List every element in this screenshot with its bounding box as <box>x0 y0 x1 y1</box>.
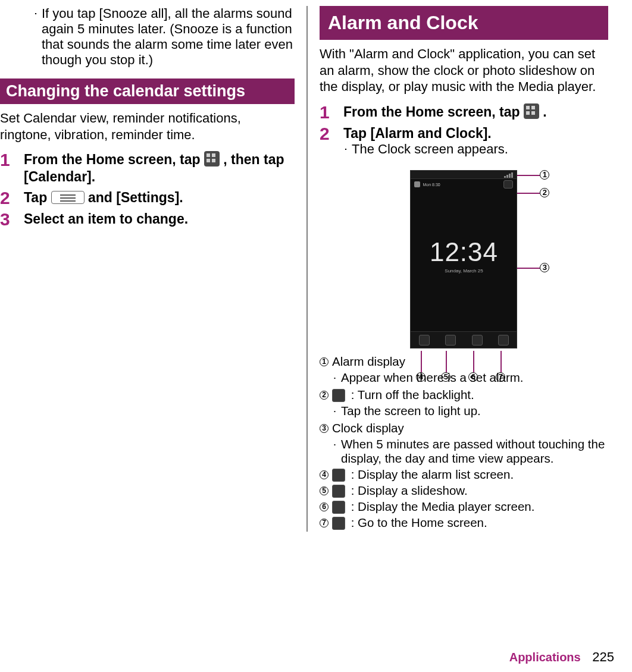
legend-1-sub: ･ Appear when there is a set alarm. <box>320 370 608 386</box>
page-content: ･ If you tap [Snooze all], all the alarm… <box>0 0 632 532</box>
legend-5-body: : Display a slideshow. <box>332 483 468 498</box>
step-3: 3 Select an item to change. <box>0 211 295 228</box>
apps-grid-icon <box>204 151 220 167</box>
clock-day: Sunday, March 25 <box>445 268 483 274</box>
r-step-1-before: From the Home screen, tap <box>343 104 524 120</box>
calendar-settings-heading: Changing the calendar settings <box>0 78 295 104</box>
r-step-2-sub-text: The Clock screen appears. <box>352 142 508 158</box>
alarm-indicator-icon <box>414 181 420 187</box>
legend-5-text: : Display a slideshow. <box>351 483 468 497</box>
alarm-clock-heading: Alarm and Clock <box>320 6 608 40</box>
step-2-body: Tap and [Settings]. <box>24 189 295 206</box>
media-player-icon <box>332 501 345 514</box>
step-1-text-before: From the Home screen, tap <box>24 152 204 167</box>
step-1-number: 1 <box>0 151 24 169</box>
home-icon <box>332 517 345 530</box>
home-icon <box>498 335 509 346</box>
legend-num-3: 3 <box>320 424 328 433</box>
right-column: Alarm and Clock With "Alarm and Clock" a… <box>308 6 614 532</box>
r-step-1-after: . <box>543 104 546 120</box>
phone-screenshot: Mon 8:30 12:34 Sunday, March 25 <box>410 170 517 348</box>
menu-key-icon <box>51 191 85 204</box>
left-column: ･ If you tap [Snooze all], all the alarm… <box>0 6 306 532</box>
r-step-2: 2 Tap [Alarm and Clock]. ･ The Clock scr… <box>320 125 608 159</box>
legend-2-sub: ･ Tap the screen to light up. <box>320 404 608 419</box>
bullet-dot-icon: ･ <box>333 404 341 419</box>
legend-7-text: : Go to the Home screen. <box>351 516 487 529</box>
step-1-body: From the Home screen, tap , then tap [Ca… <box>24 151 295 186</box>
lead-4 <box>421 351 422 372</box>
legend-3-title: Clock display <box>332 421 404 435</box>
legend-2-sub-text: Tap the screen to light up. <box>341 404 481 419</box>
clock-figure: 1 2 3 4 5 6 7 <box>374 170 553 348</box>
bullet-dot-icon: ･ <box>333 437 341 466</box>
legend-1-title: Alarm display <box>332 354 405 369</box>
lead-6 <box>473 351 474 372</box>
r-step-2-number: 2 <box>320 125 343 143</box>
snooze-text: If you tap [Snooze all], all the alarms … <box>42 6 295 68</box>
r-step-2-text: Tap [Alarm and Clock]. <box>343 125 608 142</box>
step-3-number: 3 <box>0 211 24 228</box>
alarm-list-icon <box>419 335 430 346</box>
legend-num-1: 1 <box>320 357 328 366</box>
alarm-list-icon <box>332 469 345 482</box>
r-step-2-sub: ･ The Clock screen appears. <box>343 142 608 158</box>
legend-4-body: : Display the alarm list screen. <box>332 467 514 482</box>
figure-legend: 1 Alarm display ･ Appear when there is a… <box>320 354 608 530</box>
legend-num-6: 6 <box>320 503 328 511</box>
step-2-text-before: Tap <box>24 190 51 205</box>
legend-6-body: : Display the Media player screen. <box>332 500 534 514</box>
clock-time: 12:34 <box>430 237 498 267</box>
legend-num-4: 4 <box>320 470 328 479</box>
calendar-settings-intro: Set Calendar view, reminder notification… <box>0 110 295 143</box>
r-step-1: 1 From the Home screen, tap . <box>320 103 608 121</box>
r-step-1-body: From the Home screen, tap . <box>343 103 608 121</box>
step-1: 1 From the Home screen, tap , then tap [… <box>0 151 295 186</box>
bullet-dot-icon: ･ <box>343 142 352 158</box>
legend-3-sub-text: When 5 minutes are passed without touchi… <box>341 437 608 466</box>
legend-item-2: 2 : Turn off the backlight. <box>320 388 608 402</box>
status-bar <box>411 171 517 179</box>
footer-section: Applications <box>509 651 581 664</box>
slideshow-icon <box>332 485 345 498</box>
snooze-bullet: ･ If you tap [Snooze all], all the alarm… <box>0 6 295 68</box>
lead-5 <box>446 351 447 372</box>
legend-item-4: 4 : Display the alarm list screen. <box>320 467 608 482</box>
signal-icon <box>504 172 513 178</box>
step-3-text: Select an item to change. <box>24 211 295 228</box>
footer-page: 225 <box>592 649 614 664</box>
clock-area: 12:34 Sunday, March 25 <box>411 190 517 321</box>
datebar-text: Mon 8:30 <box>423 183 440 187</box>
apps-grid-icon <box>524 103 539 119</box>
callout-1: 1 <box>540 170 549 180</box>
legend-item-3: 3 Clock display <box>320 421 608 435</box>
backlight-icon <box>332 389 345 402</box>
slideshow-icon <box>445 335 456 346</box>
step-2-text-after: and [Settings]. <box>88 190 183 205</box>
legend-num-5: 5 <box>320 486 328 495</box>
bullet-dot-icon: ･ <box>333 370 341 386</box>
callout-2: 2 <box>540 188 549 197</box>
callout-3: 3 <box>540 263 549 272</box>
legend-item-7: 7 : Go to the Home screen. <box>320 516 608 530</box>
backlight-button-icon <box>503 180 513 189</box>
lead-7 <box>500 351 502 372</box>
r-step-2-body: Tap [Alarm and Clock]. ･ The Clock scree… <box>343 125 608 159</box>
legend-2-body: : Turn off the backlight. <box>332 388 474 402</box>
step-2-number: 2 <box>0 189 24 207</box>
legend-item-5: 5 : Display a slideshow. <box>320 483 608 498</box>
legend-3-sub: ･ When 5 minutes are passed without touc… <box>320 437 608 466</box>
legend-6-text: : Display the Media player screen. <box>351 500 535 513</box>
legend-4-text: : Display the alarm list screen. <box>351 467 514 481</box>
step-2: 2 Tap and [Settings]. <box>0 189 295 207</box>
bottom-bar <box>411 331 517 348</box>
r-step-1-number: 1 <box>320 103 343 121</box>
page-footer: Applications 225 <box>509 649 614 665</box>
info-bar: Mon 8:30 <box>411 179 517 190</box>
legend-2-text: : Turn off the backlight. <box>351 388 474 401</box>
legend-7-body: : Go to the Home screen. <box>332 516 487 530</box>
alarm-clock-intro: With "Alarm and Clock" application, you … <box>320 46 608 95</box>
legend-num-7: 7 <box>320 519 328 527</box>
legend-num-2: 2 <box>320 391 328 400</box>
bullet-dot-icon: ･ <box>33 6 42 68</box>
